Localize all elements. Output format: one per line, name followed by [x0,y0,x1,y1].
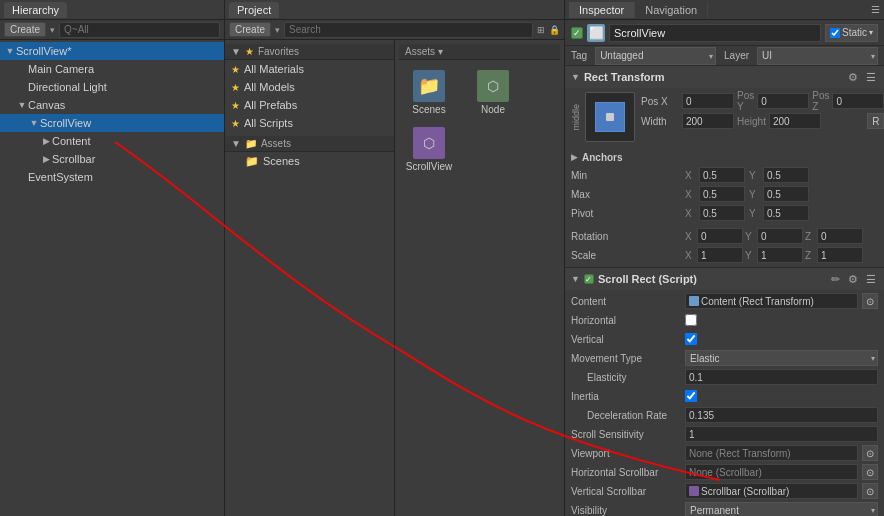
scroll-edit-icon[interactable]: ✏ [829,272,842,287]
tree-item-main-camera[interactable]: Main Camera [0,60,224,78]
favorites-all-materials[interactable]: ★ All Materials [225,60,394,78]
tree-item-canvas[interactable]: ▼ Canvas [0,96,224,114]
horiz-scrollbar-dot-button[interactable]: ⊙ [862,464,878,480]
pos-x-input[interactable] [682,93,734,109]
tree-item-directional-light[interactable]: Directional Light [0,78,224,96]
scale-y-input[interactable] [757,247,803,263]
inspector-body: ▼ Rect Transform ⚙ ☰ middle [565,66,884,516]
width-input[interactable] [682,113,734,129]
tree-item-content[interactable]: ▶ Content [0,132,224,150]
layer-dropdown[interactable]: UI [757,47,878,65]
viewport-dot-button[interactable]: ⊙ [862,445,878,461]
tree-item-scrollview-star[interactable]: ▼ ScrollView* [0,42,224,60]
anchors-header[interactable]: ▶ Anchors [571,148,878,166]
pos-z-input[interactable] [832,93,884,109]
assets-scenes-folder[interactable]: 📁 Scenes [225,152,394,170]
anchor-visual[interactable] [585,92,635,142]
rect-settings-icon[interactable]: ☰ [864,70,878,85]
hierarchy-search-input[interactable] [59,22,220,38]
rotation-label: Rotation [571,231,681,242]
inspector-panel: Inspector Navigation ☰ ✓ ⬜ Static ▾ Tag … [565,0,884,516]
navigation-tab[interactable]: Navigation [635,2,708,18]
content-ref[interactable]: Content (Rect Transform) [685,293,858,309]
project-tab[interactable]: Project [229,2,279,18]
max-y-input[interactable] [763,186,809,202]
rot-x-input[interactable] [697,228,743,244]
tree-item-scrollbar[interactable]: ▶ Scrollbar [0,150,224,168]
favorites-header[interactable]: ▼ ★ Favorites [225,44,394,60]
movement-type-dropdown[interactable]: Elastic Unrestricted Clamped [685,350,878,366]
rect-script-icon[interactable]: ⚙ [846,70,860,85]
favorites-all-prefabs[interactable]: ★ All Prefabs [225,96,394,114]
hierarchy-create-button[interactable]: Create [4,22,46,37]
pos-y-input[interactable] [757,93,809,109]
object-enabled-checkbox[interactable]: ✓ [571,27,583,39]
viewport-ref[interactable]: None (Rect Transform) [685,445,858,461]
hierarchy-tab[interactable]: Hierarchy [4,2,67,18]
pivot-y-input[interactable] [763,205,809,221]
scroll-rect-header[interactable]: ▼ ✓ Scroll Rect (Script) ✏ ⚙ ☰ [565,268,884,290]
asset-label: ScrollView [406,161,453,172]
vert-scrollbar-ref[interactable]: Scrollbar (Scrollbar) [685,483,858,499]
scroll-rect-enabled-checkbox[interactable]: ✓ [584,274,594,284]
scroll-script-icon[interactable]: ⚙ [846,272,860,287]
tree-arrow: ▶ [40,136,52,146]
tree-item-label: EventSystem [28,171,93,183]
max-x-input[interactable] [699,186,745,202]
favorites-all-scripts[interactable]: ★ All Scripts [225,114,394,132]
scale-z-input[interactable] [817,247,863,263]
horizontal-checkbox[interactable] [685,314,697,326]
asset-scenes[interactable]: 📁 Scenes [399,66,459,119]
tag-layer-row: Tag Untagged Layer UI [565,46,884,66]
pivot-x-input[interactable] [699,205,745,221]
asset-node[interactable]: ⬡ Node [463,66,523,119]
anchors-section: ▶ Anchors Min X Y Max X Y [565,146,884,225]
scroll-sensitivity-row: Scroll Sensitivity [571,425,878,443]
anchor-inner [595,102,625,132]
object-name-input[interactable] [609,24,821,42]
min-y-input[interactable] [763,167,809,183]
favorites-all-models[interactable]: ★ All Models [225,78,394,96]
project-create-button[interactable]: Create [229,22,271,37]
static-button[interactable]: Static ▾ [825,24,878,42]
tree-item-scrollview[interactable]: ▼ ScrollView [0,114,224,132]
tree-item-label: ScrollView* [16,45,71,57]
project-view-toggle[interactable]: ⊞ [537,25,545,35]
project-lock-icon[interactable]: 🔒 [549,25,560,35]
tree-item-eventsystem[interactable]: EventSystem [0,168,224,186]
rot-y-input[interactable] [757,228,803,244]
round-corners-button[interactable]: R [867,113,884,129]
deceleration-input[interactable] [685,407,878,423]
asset-scrollview[interactable]: ⬡ ScrollView [399,123,459,176]
scroll-settings-icon[interactable]: ☰ [864,272,878,287]
rot-z-input[interactable] [817,228,863,244]
scroll-rect-title: Scroll Rect (Script) [598,273,697,285]
project-search-input[interactable] [284,22,533,38]
project-assets-grid: Assets ▾ 📁 Scenes ⬡ Node ⬡ ScrollView [395,40,564,516]
min-x-input[interactable] [699,167,745,183]
horiz-scrollbar-label: Horizontal Scrollbar [571,467,681,478]
vert-scrollbar-dot-button[interactable]: ⊙ [862,483,878,499]
elasticity-input[interactable] [685,369,878,385]
vertical-checkbox[interactable] [685,333,697,345]
horiz-scrollbar-ref[interactable]: None (Scrollbar) [685,464,858,480]
anchor-center-dot [606,113,614,121]
viewport-label: Viewport [571,448,681,459]
static-label: Static [842,27,867,38]
visibility-dropdown[interactable]: Permanent AutoHide AutoHideAndExpandView… [685,502,878,516]
assets-tree-header[interactable]: ▼ 📁 Assets [225,136,394,152]
height-input[interactable] [769,113,821,129]
static-checkbox[interactable] [830,28,840,38]
tag-dropdown[interactable]: Untagged [595,47,716,65]
scroll-sensitivity-input[interactable] [685,426,878,442]
content-dot-button[interactable]: ⊙ [862,293,878,309]
scale-x-input[interactable] [697,247,743,263]
scale-z-label: Z [805,250,815,261]
assets-right-header[interactable]: Assets ▾ [399,44,560,60]
vert-scrollbar-label: Vertical Scrollbar [571,486,681,497]
rect-transform-header[interactable]: ▼ Rect Transform ⚙ ☰ [565,66,884,88]
inspector-tab[interactable]: Inspector [569,2,635,18]
tree-item-label: Canvas [28,99,65,111]
inertia-checkbox[interactable] [685,390,697,402]
inspector-menu-icon[interactable]: ☰ [871,4,880,15]
